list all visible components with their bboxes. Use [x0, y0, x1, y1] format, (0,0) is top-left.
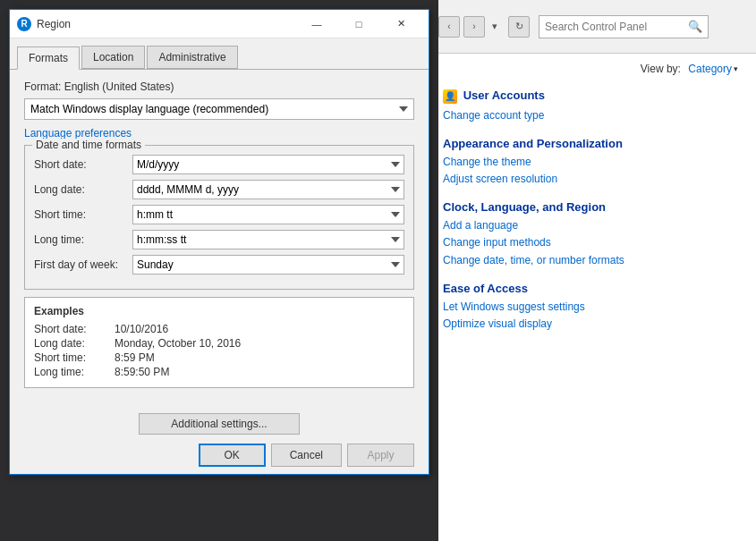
section-appearance: Appearance and Personalization Change th…: [443, 137, 743, 188]
forward-button[interactable]: ›: [463, 16, 485, 38]
change-input-methods-link[interactable]: Change input methods: [443, 234, 743, 251]
short-time-row: Short time: h:mm tt: [34, 205, 404, 224]
add-language-link[interactable]: Add a language: [443, 217, 743, 234]
close-button[interactable]: ✕: [380, 10, 421, 38]
control-panel-header: ‹ › ▾ ↻ 🔍: [429, 0, 756, 54]
dialog-title: Region: [37, 18, 296, 30]
format-select[interactable]: Match Windows display language (recommen…: [24, 98, 414, 120]
example-short-time-value: 8:59 PM: [115, 351, 155, 364]
additional-settings-button[interactable]: Additional settings...: [139, 413, 300, 435]
section-title-appearance: Appearance and Personalization: [443, 137, 743, 150]
title-bar-buttons: — □ ✕: [296, 10, 421, 38]
view-by-mode[interactable]: Category: [688, 63, 732, 75]
long-date-label: Long date:: [34, 183, 132, 196]
example-long-date-label: Long date:: [34, 337, 115, 350]
long-time-select[interactable]: h:mm:ss tt: [132, 230, 404, 249]
bottom-buttons: OK Cancel Apply: [24, 444, 414, 467]
example-short-time-label: Short time:: [34, 351, 115, 364]
example-long-date: Long date: Monday, October 10, 2016: [34, 337, 404, 350]
short-date-row: Short date: M/d/yyyy: [34, 155, 404, 174]
change-theme-link[interactable]: Change the theme: [443, 154, 743, 171]
dialog-icon: R: [17, 17, 31, 31]
view-by-row: View by: Category ▾: [443, 63, 743, 75]
long-time-row: Long time: h:mm:ss tt: [34, 230, 404, 249]
example-long-time: Long time: 8:59:50 PM: [34, 366, 404, 378]
change-datetime-link[interactable]: Change date, time, or number formats: [443, 252, 743, 269]
refresh-button[interactable]: ↻: [508, 16, 530, 38]
long-date-row: Long date: dddd, MMMM d, yyyy: [34, 180, 404, 199]
windows-suggest-link[interactable]: Let Windows suggest settings: [443, 299, 743, 316]
control-panel-content: View by: Category ▾ 👤 User Accounts Chan…: [429, 54, 756, 541]
tab-bar: Formats Location Administrative: [10, 38, 429, 70]
format-label: Format: English (United States): [24, 80, 414, 93]
short-time-label: Short time:: [34, 208, 132, 221]
user-accounts-icon: 👤: [443, 89, 457, 104]
section-ease: Ease of Access Let Windows suggest setti…: [443, 282, 743, 333]
datetime-formats-group: Date and time formats Short date: M/d/yy…: [24, 145, 414, 290]
search-box[interactable]: 🔍: [539, 15, 709, 38]
dialog-buttons: Additional settings... OK Cancel Apply: [10, 408, 429, 474]
language-preferences-link[interactable]: Language preferences: [24, 127, 132, 139]
section-clock: Clock, Language, and Region Add a langua…: [443, 200, 743, 269]
example-short-date: Short date: 10/10/2016: [34, 323, 404, 335]
view-by-label: View by:: [641, 63, 681, 75]
region-dialog: R Region — □ ✕ Formats Location Administ…: [9, 9, 429, 475]
chevron-down-icon: ▾: [734, 64, 738, 73]
long-time-label: Long time:: [34, 233, 132, 246]
example-long-time-value: 8:59:50 PM: [115, 366, 169, 378]
example-long-date-value: Monday, October 10, 2016: [115, 337, 241, 350]
tab-administrative[interactable]: Administrative: [147, 46, 237, 69]
example-short-date-label: Short date:: [34, 323, 115, 335]
first-day-select[interactable]: Sunday: [132, 255, 404, 275]
dialog-content: Format: English (United States) Match Wi…: [10, 70, 429, 408]
dropdown-arrow[interactable]: ▾: [488, 21, 501, 32]
short-date-label: Short date:: [34, 158, 132, 171]
examples-box: Examples Short date: 10/10/2016 Long dat…: [24, 297, 414, 388]
tab-formats[interactable]: Formats: [17, 46, 80, 70]
search-icon: 🔍: [688, 20, 702, 33]
cancel-button[interactable]: Cancel: [271, 444, 342, 467]
example-short-time: Short time: 8:59 PM: [34, 351, 404, 364]
ok-button[interactable]: OK: [199, 444, 266, 467]
back-button[interactable]: ‹: [438, 16, 460, 38]
search-input[interactable]: [545, 21, 688, 33]
apply-button[interactable]: Apply: [347, 444, 414, 467]
change-account-link[interactable]: Change account type: [443, 107, 743, 124]
title-bar: R Region — □ ✕: [10, 10, 429, 38]
first-day-label: First day of week:: [34, 258, 132, 271]
nav-buttons: ‹ › ▾ ↻: [438, 16, 530, 38]
example-short-date-value: 10/10/2016: [115, 323, 168, 335]
section-title-user-accounts: 👤 User Accounts: [443, 89, 743, 104]
examples-title: Examples: [34, 305, 404, 317]
section-title-ease: Ease of Access: [443, 282, 743, 295]
adjust-resolution-link[interactable]: Adjust screen resolution: [443, 171, 743, 188]
maximize-button[interactable]: □: [338, 10, 379, 38]
long-date-select[interactable]: dddd, MMMM d, yyyy: [132, 180, 404, 199]
short-date-select[interactable]: M/d/yyyy: [132, 155, 404, 174]
first-day-row: First day of week: Sunday: [34, 255, 404, 275]
example-long-time-label: Long time:: [34, 366, 115, 378]
optimize-display-link[interactable]: Optimize visual display: [443, 316, 743, 333]
minimize-button[interactable]: —: [296, 10, 337, 38]
short-time-select[interactable]: h:mm tt: [132, 205, 404, 224]
tab-location[interactable]: Location: [81, 46, 145, 69]
section-title-clock: Clock, Language, and Region: [443, 200, 743, 214]
section-user-accounts: 👤 User Accounts Change account type: [443, 89, 743, 124]
group-legend: Date and time formats: [32, 139, 145, 151]
